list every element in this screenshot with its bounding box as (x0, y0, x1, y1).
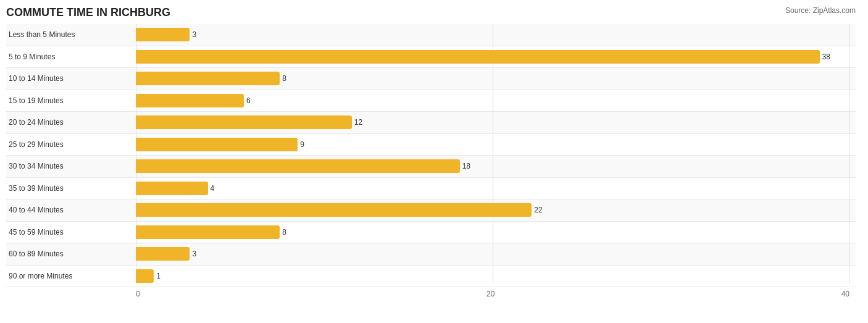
x-axis: 0 20 40 (136, 287, 849, 298)
row-label: 5 to 9 Minutes (6, 52, 136, 61)
bar-row: 60 to 89 Minutes3 (6, 243, 856, 266)
bar-area: 1 (136, 267, 856, 286)
row-label: 90 or more Minutes (6, 272, 136, 280)
bar: 38 (136, 50, 820, 64)
x-label-40: 40 (841, 290, 849, 298)
bar-area: 6 (136, 91, 856, 111)
bar-area: 9 (136, 135, 856, 154)
bar-area: 8 (136, 69, 856, 88)
row-label: 45 to 59 Minutes (6, 228, 136, 237)
chart-container: COMMUTE TIME IN RICHBURG Source: ZipAtla… (0, 0, 868, 323)
bar-row: 10 to 14 Minutes8 (6, 68, 856, 90)
bar-value-label: 4 (211, 184, 215, 193)
chart-body: Less than 5 Minutes35 to 9 Minutes3810 t… (6, 24, 856, 298)
bar-area: 3 (136, 245, 856, 264)
bar-value-label: 1 (156, 272, 161, 280)
row-label: 60 to 89 Minutes (6, 250, 136, 258)
bar: 22 (136, 203, 532, 217)
bar-row: 20 to 24 Minutes12 (6, 112, 856, 134)
bar-area: 22 (136, 201, 856, 220)
bar-row: 35 to 39 Minutes4 (6, 178, 856, 200)
bar: 18 (136, 159, 460, 173)
bar: 4 (136, 182, 208, 195)
bar-area: 38 (136, 48, 856, 67)
bar-value-label: 3 (192, 30, 196, 39)
chart-header: COMMUTE TIME IN RICHBURG Source: ZipAtla… (6, 6, 856, 19)
bar-row: 45 to 59 Minutes8 (6, 222, 856, 244)
bar-area: 4 (136, 179, 856, 198)
bar-value-label: 8 (282, 228, 286, 237)
rows-area: Less than 5 Minutes35 to 9 Minutes3810 t… (6, 24, 856, 287)
row-label: 40 to 44 Minutes (6, 206, 136, 214)
bar: 3 (136, 28, 190, 41)
row-label: 10 to 14 Minutes (6, 74, 136, 83)
bar-row: 25 to 29 Minutes9 (6, 134, 856, 156)
bar: 9 (136, 138, 298, 151)
row-label: 20 to 24 Minutes (6, 118, 136, 127)
chart-title: COMMUTE TIME IN RICHBURG (6, 6, 170, 19)
bar: 1 (136, 269, 154, 283)
bar-row: 5 to 9 Minutes38 (6, 46, 856, 69)
bar-area: 8 (136, 223, 856, 242)
bar-value-label: 38 (822, 52, 830, 61)
bar-area: 18 (136, 157, 856, 176)
bar-row: 30 to 34 Minutes18 (6, 156, 856, 178)
bar: 12 (136, 115, 352, 129)
bar: 8 (136, 72, 280, 85)
bar-row: 90 or more Minutes1 (6, 266, 856, 288)
bar-value-label: 22 (534, 206, 542, 214)
x-label-20: 20 (486, 290, 495, 298)
bar: 8 (136, 225, 280, 239)
bar-value-label: 3 (192, 250, 196, 258)
row-label: 35 to 39 Minutes (6, 184, 136, 193)
bar-row: 40 to 44 Minutes22 (6, 199, 856, 222)
bar: 6 (136, 94, 244, 107)
bar-value-label: 12 (354, 118, 362, 127)
x-label-0: 0 (136, 290, 140, 298)
bar-value-label: 18 (462, 162, 470, 170)
row-label: Less than 5 Minutes (6, 30, 136, 39)
bar-area: 12 (136, 113, 856, 132)
bar-area: 3 (136, 25, 856, 44)
chart-source: Source: ZipAtlas.com (785, 6, 856, 15)
row-label: 25 to 29 Minutes (6, 140, 136, 149)
bar-value-label: 8 (282, 74, 286, 83)
bar-value-label: 6 (246, 96, 251, 105)
bar: 3 (136, 247, 190, 261)
row-label: 15 to 19 Minutes (6, 96, 136, 105)
bar-value-label: 9 (300, 140, 304, 149)
row-label: 30 to 34 Minutes (6, 162, 136, 170)
bar-row: Less than 5 Minutes3 (6, 24, 856, 46)
bar-row: 15 to 19 Minutes6 (6, 90, 856, 112)
